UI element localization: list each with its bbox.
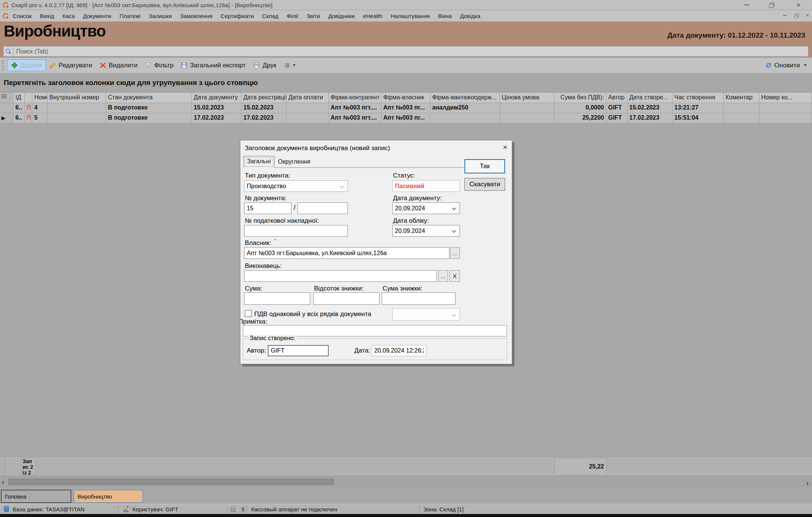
filter-label: Фільтр — [154, 62, 173, 69]
group-by-panel[interactable]: Перетягніть заголовок колонки сюди для у… — [0, 75, 812, 91]
toolbar-grip[interactable] — [1, 60, 5, 71]
column-chooser-button[interactable] — [280, 59, 299, 71]
column-header[interactable]: Фірма-контрагент — [329, 93, 381, 103]
application-window: Скарб pro v. 4.0.2.77 [ІД: 969] - [Апт №… — [0, 0, 812, 517]
menu-item-Замовлення[interactable]: Замовлення — [176, 13, 216, 19]
mdi-restore-button[interactable] — [791, 11, 801, 20]
doc-number2-input[interactable] — [297, 202, 348, 214]
dialog-title: Заголовок документа виробництва (новий з… — [245, 144, 390, 152]
refresh-button[interactable]: Оновити — [765, 59, 807, 71]
menu-item-Довідка[interactable]: Довідка — [456, 13, 484, 19]
menu-item-Документи[interactable]: Документи — [79, 13, 115, 19]
delete-button[interactable]: Видалити — [96, 59, 141, 71]
column-header[interactable]: Час створення — [672, 93, 724, 103]
grid-menu-icon — [2, 94, 7, 99]
mdi-minimize-button[interactable] — [780, 11, 790, 20]
executor-input[interactable] — [244, 270, 437, 282]
scroll-left-arrow[interactable]: ‹ — [2, 478, 4, 486]
close-button[interactable]: × — [790, 0, 807, 10]
menu-item-Вихід[interactable]: Вихід — [36, 13, 58, 19]
menu-item-Склад[interactable]: Склад — [258, 13, 282, 19]
search-box[interactable] — [3, 46, 809, 57]
discount-sum-input[interactable] — [382, 292, 455, 305]
column-header[interactable]: ІД — [14, 93, 25, 103]
menu-item-Список[interactable]: Список — [9, 13, 36, 19]
table-cell — [47, 103, 106, 113]
column-header[interactable] — [25, 93, 32, 103]
doc-date-label: Дата документу: — [393, 195, 442, 202]
print-button[interactable]: Друк — [249, 59, 280, 71]
column-header[interactable]: Дата реєстрації — [241, 93, 287, 103]
table-cell — [759, 113, 812, 123]
doc-number-input[interactable] — [244, 202, 291, 214]
executor-lookup-button[interactable]: … — [438, 270, 448, 282]
export-button[interactable]: Загальний експорт — [177, 59, 249, 71]
mdi-minimize-icon — [783, 15, 787, 16]
chevron-down-icon — [340, 184, 344, 188]
column-header[interactable]: Автор — [606, 93, 627, 103]
horizontal-scrollbar[interactable]: ‹ › — [0, 477, 812, 487]
ok-button[interactable]: Так — [464, 159, 505, 173]
dialog-close-button[interactable]: × — [501, 143, 510, 152]
menu-item-Платежі[interactable]: Платежі — [115, 13, 145, 19]
table-cell: 15.02.2023 — [192, 103, 241, 113]
add-button[interactable]: Додати — [7, 59, 46, 71]
scroll-right-arrow[interactable]: › — [806, 479, 809, 487]
scrollbar-thumb[interactable] — [8, 479, 334, 485]
filter-button[interactable]: Фільтр — [141, 59, 177, 71]
column-header[interactable]: Внутрішній номер — [47, 93, 106, 103]
column-header[interactable]: Фірма-вантажоодерж... — [430, 93, 500, 103]
owner-lookup-button[interactable]: … — [450, 247, 460, 259]
menu-item-Налаштування[interactable]: Налаштування — [387, 13, 434, 19]
column-header[interactable]: Сума без ПДВ): — [554, 93, 606, 103]
column-header[interactable]: Цінова умова — [500, 93, 554, 103]
menu-item-eHealth[interactable]: eHealth — [359, 13, 387, 19]
tab-rounding[interactable]: Округлення — [275, 157, 314, 167]
doc-date-picker[interactable]: 20.09.2024 — [392, 202, 460, 214]
column-header[interactable]: Номер — [32, 93, 47, 103]
user-status: Користувач: GIFT — [132, 506, 178, 512]
tax-number-input[interactable] — [244, 225, 348, 237]
column-header[interactable]: Дата створе... — [627, 93, 672, 103]
owner-input[interactable] — [244, 247, 449, 259]
menu-item-Філії[interactable]: Філії — [282, 13, 302, 19]
document-type-combobox[interactable]: Производство — [244, 180, 348, 192]
minimize-button[interactable] — [738, 0, 755, 10]
column-header[interactable]: Коментар — [724, 93, 759, 103]
database-status: База даних: TASA3@TITAN — [13, 506, 85, 512]
tab-production[interactable]: Виробництво — [74, 490, 143, 503]
edit-button[interactable]: Редагувати — [46, 59, 96, 71]
delete-label: Видалити — [109, 62, 138, 69]
account-date-picker[interactable]: 20.09.2024 — [392, 225, 460, 237]
menu-item-Сертифікати[interactable]: Сертифікати — [217, 13, 258, 19]
cancel-button[interactable]: Скасувати — [464, 178, 505, 191]
table-row[interactable]: 6..П4В подготовке15.02.202315.02.2023Апт… — [0, 103, 812, 113]
ellipsis-icon: … — [440, 273, 446, 279]
table-row[interactable]: ▶6..П5В подготовке17.02.202317.02.2023Ап… — [0, 113, 812, 123]
column-header[interactable]: Номер ко... — [759, 93, 812, 103]
vat-checkbox[interactable] — [245, 310, 252, 317]
menu-item-Звіти[interactable]: Звіти — [302, 13, 324, 19]
column-header[interactable]: Дата документу — [192, 93, 241, 103]
tab-general[interactable]: Загальні — [243, 156, 275, 168]
column-header[interactable]: Стан документа — [106, 93, 192, 103]
menu-item-Довідники[interactable]: Довідники — [324, 13, 359, 19]
dialog-tabs: Загальні Округлення — [243, 156, 469, 168]
mdi-close-icon: × — [806, 12, 809, 19]
discount-pct-input[interactable] — [313, 292, 379, 305]
sum-input[interactable] — [244, 292, 310, 305]
column-header[interactable]: Фірма-власник — [381, 93, 430, 103]
mdi-close-button[interactable]: × — [803, 11, 812, 20]
footer-divider — [5, 456, 5, 476]
column-header[interactable]: Дата оплати — [287, 93, 329, 103]
menu-item-Залишки[interactable]: Залишки — [145, 13, 176, 19]
menu-item-Каса[interactable]: Каса — [58, 13, 79, 19]
search-input[interactable] — [14, 46, 808, 56]
tax-number-label: № податкової накладної: — [245, 217, 319, 225]
doc-date-value: 20.09.2024 — [395, 205, 425, 212]
author-input[interactable] — [268, 345, 329, 356]
restore-button[interactable] — [763, 0, 780, 10]
menu-item-Вікна[interactable]: Вікна — [434, 13, 456, 19]
tab-main[interactable]: Головна — [1, 490, 71, 503]
executor-clear-button[interactable]: X — [449, 270, 460, 282]
